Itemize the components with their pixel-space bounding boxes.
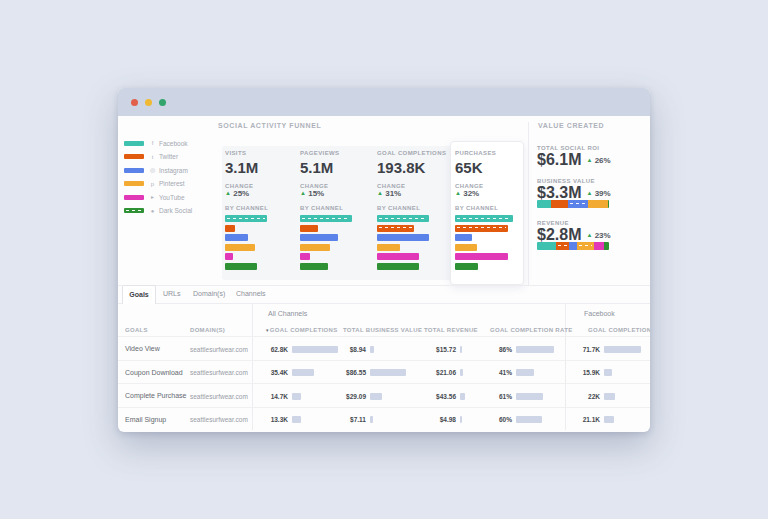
instagram-color-swatch — [124, 168, 144, 173]
table-row[interactable]: Coupon Download seattlesurfwear.com 35.4… — [118, 360, 650, 384]
instagram-bar — [225, 234, 248, 241]
legend-item-youtube: ▸ YouTube — [124, 193, 185, 201]
table-row[interactable]: Video View seattlesurfwear.com 62.8K $8.… — [118, 336, 650, 360]
dark-social-bar — [300, 263, 328, 270]
instagram-bar — [300, 234, 338, 241]
group-facebook: Facebook — [584, 310, 615, 317]
goal-completions-bar — [292, 369, 314, 376]
metric-value: 193.8K — [377, 159, 443, 176]
col-header-total-business-value[interactable]: TOTAL BUSINESS VALUE — [343, 327, 422, 333]
up-arrow-icon: ▲ — [377, 190, 383, 196]
pinterest-bar — [377, 244, 400, 251]
facebook-completions-bar — [604, 346, 641, 353]
up-arrow-icon: ▲ — [455, 190, 461, 196]
by-channel-bars — [300, 215, 366, 270]
col-header-goals: GOALS — [125, 327, 148, 333]
pinterest-segment — [577, 242, 594, 250]
youtube-bar — [300, 253, 310, 260]
pinterest-bar — [225, 244, 255, 251]
by-channel-label: BY CHANNEL — [377, 205, 443, 211]
metric-value: 3.1M — [225, 159, 291, 176]
facebook-bar — [225, 215, 267, 222]
completion-rate-cell: 41% — [462, 369, 512, 376]
app-window: SOCIAL ACTIVITY FUNNEL VALUE CREATED f F… — [118, 88, 650, 432]
close-window-icon[interactable] — [131, 99, 138, 106]
change-value: 32% — [463, 189, 479, 198]
up-arrow-icon: ▲ — [586, 232, 592, 238]
col-header-goal-completion-rate[interactable]: GOAL COMPLETION RATE — [490, 327, 572, 333]
metric-label: PURCHASES — [455, 150, 517, 156]
business-value-bar — [370, 393, 382, 400]
instagram-segment — [568, 200, 588, 208]
twitter-color-swatch — [124, 154, 144, 159]
funnel-section-title: SOCIAL ACTIVITY FUNNEL — [218, 122, 321, 129]
pinterest-icon: p — [148, 180, 157, 188]
twitter-bar — [225, 225, 235, 232]
metric-value: 5.1M — [300, 159, 366, 176]
youtube-bar — [225, 253, 233, 260]
dark-social-segment — [608, 200, 609, 208]
by-channel-bars — [225, 215, 291, 270]
change-value: 15% — [308, 189, 324, 198]
metric-value: 65K — [455, 159, 517, 176]
youtube-bar — [377, 253, 419, 260]
completion-rate-cell: 61% — [462, 393, 512, 400]
legend-label: Facebook — [159, 140, 188, 147]
goal-name: Email Signup — [125, 416, 166, 423]
dark-social-bar — [225, 263, 257, 270]
col-header-total-revenue[interactable]: TOTAL REVENUE — [424, 327, 478, 333]
value-created-divider — [528, 122, 529, 285]
funnel-column-visits: VISITS 3.1M CHANGE ▲ 25% BY CHANNEL — [225, 150, 291, 270]
tab-strip-bottom-border — [118, 303, 650, 304]
sort-descending-icon: ▾ — [266, 327, 269, 333]
goal-completions-bar — [292, 416, 301, 423]
up-arrow-icon: ▲ — [300, 190, 306, 196]
dark-social-color-swatch — [124, 208, 144, 213]
goal-name: Video View — [125, 345, 160, 352]
funnel-column-purchases: PURCHASES 65K CHANGE ▲ 32% BY CHANNEL — [455, 150, 517, 270]
minimize-window-icon[interactable] — [145, 99, 152, 106]
dark-social-bar — [377, 263, 419, 270]
completion-rate-cell: 60% — [462, 416, 512, 423]
business-value-change: 39% — [595, 189, 611, 198]
dark-social-icon: ● — [148, 207, 157, 215]
legend-item-dark-social: ● Dark Social — [124, 207, 192, 215]
metric-label: VISITS — [225, 150, 291, 156]
col-header-facebook-goal-completions[interactable]: GOAL COMPLETIONS — [588, 327, 650, 333]
twitter-bar — [455, 225, 508, 232]
facebook-completions-bar — [604, 416, 614, 423]
goal-name: Coupon Download — [125, 369, 183, 376]
facebook-icon: f — [148, 139, 157, 147]
tab-urls[interactable]: URLs — [163, 285, 181, 303]
pinterest-bar — [300, 244, 330, 251]
by-channel-bars — [455, 215, 517, 270]
by-channel-label: BY CHANNEL — [455, 205, 517, 211]
pinterest-bar — [455, 244, 477, 251]
legend-item-facebook: f Facebook — [124, 139, 188, 147]
maximize-window-icon[interactable] — [159, 99, 166, 106]
legend-label: YouTube — [159, 194, 185, 201]
goal-completions-bar — [292, 393, 301, 400]
business-value-stacked-bar — [537, 200, 609, 208]
business-value-cell: $8.94 — [316, 346, 366, 353]
col-header-goal-completions[interactable]: ▾GOAL COMPLETIONS — [266, 327, 338, 333]
youtube-color-swatch — [124, 195, 144, 200]
goal-completions-value: 13.3K — [238, 416, 288, 423]
col-header-label: GOAL COMPLETIONS — [270, 327, 338, 333]
instagram-bar — [377, 234, 429, 241]
tab-domains[interactable]: Domain(s) — [193, 285, 225, 303]
metric-label: GOAL COMPLETIONS — [377, 150, 443, 156]
change-value: 25% — [233, 189, 249, 198]
business-value-bar — [370, 346, 374, 353]
facebook-completions-cell: 21.1K — [550, 416, 600, 423]
goal-completions-value: 35.4K — [238, 369, 288, 376]
table-row[interactable]: Complete Purchase seattlesurfwear.com 14… — [118, 383, 650, 407]
table-row[interactable]: Email Signup seattlesurfwear.com 13.3K $… — [118, 407, 650, 431]
up-arrow-icon: ▲ — [225, 190, 231, 196]
facebook-bar — [455, 215, 513, 222]
roi-change: 26% — [595, 156, 611, 165]
business-value-cell: $29.09 — [316, 393, 366, 400]
funnel-column-pageviews: PAGEVIEWS 5.1M CHANGE ▲ 15% BY CHANNEL — [300, 150, 366, 270]
tab-goals[interactable]: Goals — [122, 285, 156, 304]
tab-channels[interactable]: Channels — [236, 285, 266, 303]
